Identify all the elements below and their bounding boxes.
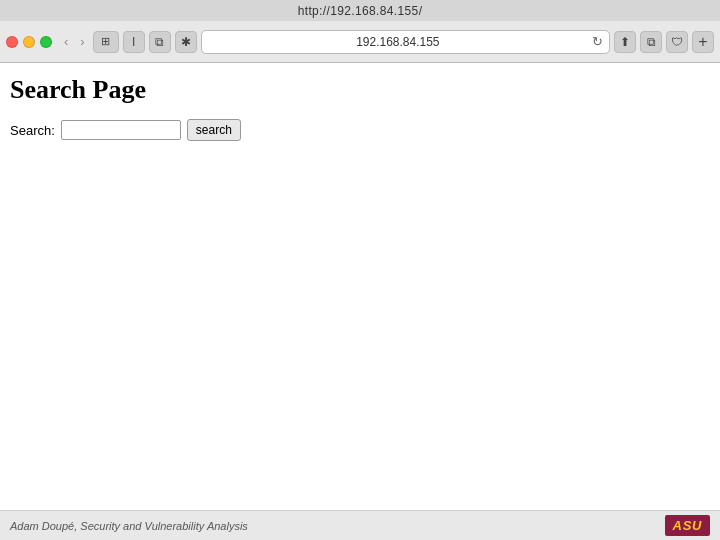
text-icon: I <box>132 35 135 49</box>
page-content: Search Page Search: search <box>0 63 720 510</box>
forward-button[interactable]: › <box>76 33 88 50</box>
page-title: Search Page <box>10 75 710 105</box>
back-button[interactable]: ‹ <box>60 33 72 50</box>
search-label: Search: <box>10 123 55 138</box>
extensions-button[interactable]: ✱ <box>175 31 197 53</box>
share-button[interactable]: ⬆ <box>614 31 636 53</box>
layout-button[interactable]: ⊞ <box>93 31 119 53</box>
layers-button[interactable]: ⧉ <box>149 31 171 53</box>
title-bar-url: http://192.168.84.155/ <box>298 4 423 18</box>
close-button[interactable] <box>6 36 18 48</box>
text-select-button[interactable]: I <box>123 31 145 53</box>
address-text: 192.168.84.155 <box>208 35 588 49</box>
browser-toolbar: ‹ › ⊞ I ⧉ ✱ 192.168.84.155 ↻ ⬆ ⧉ 🛡 + <box>0 21 720 63</box>
toolbar-right: ⬆ ⧉ 🛡 + <box>614 31 714 53</box>
share-icon: ⬆ <box>620 35 630 49</box>
shield-button[interactable]: 🛡 <box>666 31 688 53</box>
plus-icon: + <box>698 33 707 51</box>
minimize-button[interactable] <box>23 36 35 48</box>
asu-logo: ASU <box>665 515 710 536</box>
search-button[interactable]: search <box>187 119 241 141</box>
traffic-lights <box>6 36 52 48</box>
address-bar[interactable]: 192.168.84.155 ↻ <box>201 30 610 54</box>
new-window-button[interactable]: ⧉ <box>640 31 662 53</box>
shield-icon: 🛡 <box>671 35 683 49</box>
layout-icon: ⊞ <box>101 35 110 48</box>
search-row: Search: search <box>10 119 710 141</box>
search-input[interactable] <box>61 120 181 140</box>
add-tab-button[interactable]: + <box>692 31 714 53</box>
title-bar: http://192.168.84.155/ <box>0 0 720 21</box>
window-icon: ⧉ <box>647 35 656 49</box>
asterisk-icon: ✱ <box>181 35 191 49</box>
footer-text: Adam Doupé, Security and Vulnerability A… <box>10 520 248 532</box>
footer: Adam Doupé, Security and Vulnerability A… <box>0 510 720 540</box>
maximize-button[interactable] <box>40 36 52 48</box>
reload-button[interactable]: ↻ <box>592 34 603 49</box>
layers-icon: ⧉ <box>155 35 164 49</box>
